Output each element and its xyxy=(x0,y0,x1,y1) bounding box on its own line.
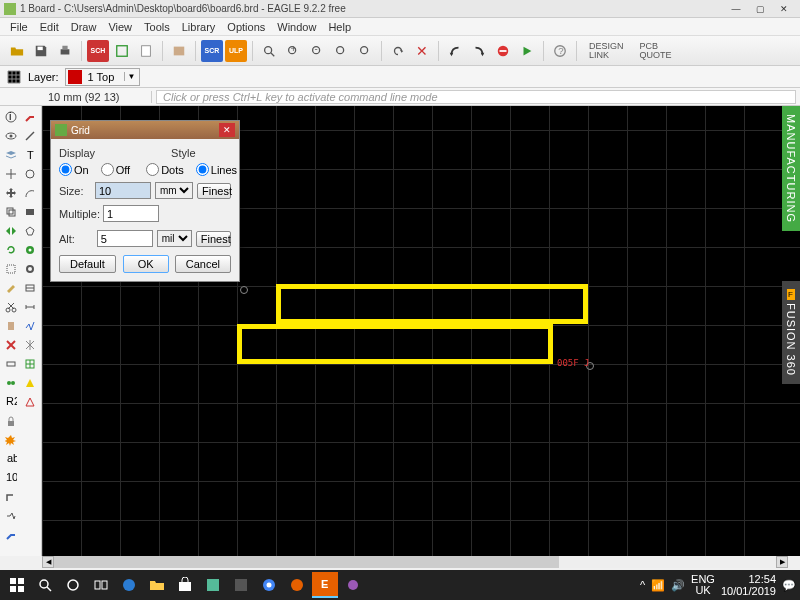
help-icon[interactable]: ? xyxy=(549,40,571,62)
sch-icon[interactable]: SCH xyxy=(87,40,109,62)
value-tool-icon[interactable]: 10k xyxy=(2,469,20,487)
tray-up-icon[interactable]: ^ xyxy=(640,579,645,591)
layer-tool-icon[interactable] xyxy=(2,146,20,164)
menu-library[interactable]: Library xyxy=(176,21,222,33)
lock-tool-icon[interactable] xyxy=(2,412,20,430)
maximize-button[interactable]: ▢ xyxy=(748,2,772,16)
info-tool-icon[interactable]: i xyxy=(2,108,20,126)
menu-window[interactable]: Window xyxy=(271,21,322,33)
search-icon[interactable] xyxy=(32,572,58,598)
zoom-in-icon[interactable]: + xyxy=(282,40,304,62)
size-unit-select[interactable]: mm xyxy=(155,182,193,199)
errors-tool-icon[interactable] xyxy=(21,393,39,411)
menu-tools[interactable]: Tools xyxy=(138,21,176,33)
display-off-radio[interactable]: Off xyxy=(101,163,130,176)
default-button[interactable]: Default xyxy=(59,255,116,273)
explorer-icon[interactable] xyxy=(144,572,170,598)
arc-tool-icon[interactable] xyxy=(21,184,39,202)
fusion360-panel-tab[interactable]: FFUSION 360 xyxy=(782,281,800,384)
menu-options[interactable]: Options xyxy=(221,21,271,33)
polygon-tool-icon[interactable] xyxy=(21,222,39,240)
multiple-input[interactable] xyxy=(103,205,159,222)
move-tool-icon[interactable] xyxy=(2,184,20,202)
app3-icon[interactable] xyxy=(340,572,366,598)
alt-unit-select[interactable]: mil xyxy=(157,230,192,247)
cancel-button[interactable]: Cancel xyxy=(175,255,231,273)
ratsnest-tool-icon[interactable] xyxy=(21,336,39,354)
alt-input[interactable] xyxy=(97,230,153,247)
layer-select[interactable]: 1 Top ▼ xyxy=(65,68,140,86)
route-tool-icon[interactable] xyxy=(2,526,20,544)
back-icon[interactable] xyxy=(444,40,466,62)
close-button[interactable]: ✕ xyxy=(772,2,796,16)
undo-icon[interactable] xyxy=(387,40,409,62)
minimize-button[interactable]: — xyxy=(724,2,748,16)
app2-icon[interactable] xyxy=(228,572,254,598)
open-icon[interactable] xyxy=(6,40,28,62)
hole-tool-icon[interactable] xyxy=(21,260,39,278)
system-tray[interactable]: ^ 📶 🔊 ENG UK 12:54 10/01/2019 💬 xyxy=(640,573,796,597)
menu-help[interactable]: Help xyxy=(322,21,357,33)
scr-icon[interactable]: SCR xyxy=(201,40,223,62)
via-tool-icon[interactable] xyxy=(21,241,39,259)
alt-finest-button[interactable]: Finest xyxy=(196,231,231,247)
group-tool-icon[interactable] xyxy=(2,260,20,278)
edge-icon[interactable] xyxy=(116,572,142,598)
mark-tool-icon[interactable] xyxy=(2,165,20,183)
board-icon[interactable] xyxy=(111,40,133,62)
save-icon[interactable] xyxy=(30,40,52,62)
copy-tool-icon[interactable] xyxy=(2,203,20,221)
cortana-icon[interactable] xyxy=(60,572,86,598)
style-lines-radio[interactable]: Lines xyxy=(196,163,237,176)
miter-tool-icon[interactable] xyxy=(2,488,20,506)
dimension-tool-icon[interactable] xyxy=(21,298,39,316)
zoom-redraw-icon[interactable] xyxy=(330,40,352,62)
grid-icon[interactable] xyxy=(6,69,22,85)
dialog-close-button[interactable]: ✕ xyxy=(219,123,235,137)
scroll-right-icon[interactable]: ▶ xyxy=(776,556,788,568)
eagle-taskbar-icon[interactable]: E xyxy=(312,572,338,598)
size-input[interactable] xyxy=(95,182,151,199)
wifi-icon[interactable]: 📶 xyxy=(651,579,665,592)
split-tool-icon[interactable] xyxy=(2,507,20,525)
app1-icon[interactable] xyxy=(200,572,226,598)
menu-draw[interactable]: Draw xyxy=(65,21,103,33)
menu-view[interactable]: View xyxy=(102,21,138,33)
start-button[interactable] xyxy=(4,572,30,598)
rect-tool-icon[interactable] xyxy=(21,203,39,221)
clock[interactable]: 12:54 10/01/2019 xyxy=(721,573,776,597)
firefox-icon[interactable] xyxy=(284,572,310,598)
paste-tool-icon[interactable] xyxy=(2,317,20,335)
erc-tool-icon[interactable] xyxy=(21,374,39,392)
manufacturing-panel-tab[interactable]: MANUFACTURING xyxy=(782,106,800,231)
smash-tool-icon[interactable] xyxy=(2,431,20,449)
command-line[interactable]: Click or press Ctrl+L key to activate co… xyxy=(156,90,796,104)
rotate-tool-icon[interactable] xyxy=(2,241,20,259)
ulp-icon[interactable]: ULP xyxy=(225,40,247,62)
pinswap-tool-icon[interactable] xyxy=(2,374,20,392)
ripup-tool-icon[interactable] xyxy=(21,108,39,126)
signal-tool-icon[interactable] xyxy=(21,317,39,335)
stop-icon[interactable] xyxy=(492,40,514,62)
forward-icon[interactable] xyxy=(468,40,490,62)
zoom-select-icon[interactable] xyxy=(354,40,376,62)
cancel-icon[interactable]: ✕ xyxy=(411,40,433,62)
cut-tool-icon[interactable] xyxy=(2,298,20,316)
library-icon[interactable] xyxy=(168,40,190,62)
add-tool-icon[interactable] xyxy=(2,355,20,373)
change-tool-icon[interactable] xyxy=(2,279,20,297)
store-icon[interactable] xyxy=(172,572,198,598)
menu-edit[interactable]: Edit xyxy=(34,21,65,33)
name-tool-icon[interactable]: ab xyxy=(2,450,20,468)
attribute-tool-icon[interactable] xyxy=(21,279,39,297)
language-indicator[interactable]: ENG UK xyxy=(691,574,715,596)
wire-tool-icon[interactable] xyxy=(21,127,39,145)
design-link-button[interactable]: DESIGN LINK xyxy=(582,40,631,62)
taskview-icon[interactable] xyxy=(88,572,114,598)
circle-tool-icon[interactable] xyxy=(21,165,39,183)
horizontal-scrollbar[interactable]: ◀ ▶ xyxy=(42,556,788,568)
volume-icon[interactable]: 🔊 xyxy=(671,579,685,592)
print-icon[interactable] xyxy=(54,40,76,62)
text-tool-icon[interactable]: T xyxy=(21,146,39,164)
sheet-icon[interactable] xyxy=(135,40,157,62)
